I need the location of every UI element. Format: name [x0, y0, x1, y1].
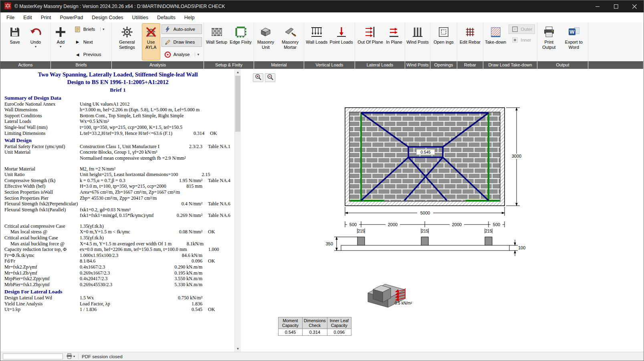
next-button[interactable]: ▶ Next	[71, 37, 107, 47]
group-label-briefs: Briefs	[51, 61, 112, 69]
printer-icon	[543, 25, 555, 39]
general-settings-button[interactable]: General Settings	[112, 23, 142, 60]
horizontal-scrollbar[interactable]	[3, 353, 63, 359]
report-row-value	[170, 138, 202, 144]
report-row-label: Fd/Fr	[4, 258, 80, 264]
report-row-note	[202, 149, 231, 155]
use-ayla-icon	[145, 25, 157, 39]
app-icon	[4, 2, 11, 10]
masonry-mortar-button[interactable]: Masonry Mortar	[277, 23, 303, 60]
save-button[interactable]: Save	[8, 23, 21, 60]
briefs-button[interactable]: Briefs ▾	[71, 24, 107, 34]
report-row-label	[4, 213, 80, 219]
report-row-description: X=4.5 m, Y=1.5 m averaged over width Of …	[80, 241, 172, 247]
out-of-plane-label: Out Of Plane	[357, 40, 383, 45]
report-row-description: Load Factor, λp	[80, 301, 170, 307]
edge-fixity-button[interactable]: Edge Fixity	[229, 23, 252, 60]
toolbar-group-lateral-loads: Out Of Plane In Plane Lateral Loads	[355, 22, 405, 69]
dim-pier-label: 215	[422, 229, 428, 233]
draw-lines-button[interactable]: Draw lines	[162, 37, 202, 47]
report-row-label: Flexural Strength fxk1(Parallel)	[4, 207, 80, 213]
report-row: Critical axial compressive Case 1.35(γf.…	[4, 223, 231, 229]
toolbar-group-openings: Open ings Openings	[430, 22, 457, 69]
masonry-unit-button[interactable]: Masonry Unit	[254, 23, 277, 60]
save-icon	[9, 25, 20, 39]
take-down-button[interactable]: Take-down	[484, 23, 507, 60]
menu-item[interactable]: Utilities	[128, 13, 153, 22]
edit-rebar-button[interactable]: Edit Rebar	[459, 23, 481, 60]
briefs-icon	[74, 26, 81, 33]
toolbar-group-vertical-loads: Wall Loads Point Loads Vertical Loads	[304, 22, 355, 69]
report-row-label: Compressive Strength (fk)	[4, 178, 80, 184]
report-row-note	[218, 155, 234, 161]
group-label-vertical-loads: Vertical Loads	[304, 61, 355, 69]
report-row-label: Wall Dimensions	[4, 107, 80, 113]
report-row-note	[202, 118, 231, 124]
report-row: Mr=fxk1.Zb/γmf 0.269x1667/2.3 0.195 kN.m…	[4, 270, 231, 276]
report-row: Mr=fxk2.Zp/γmf 0.4x1667/2.3 0.290 kN.m/m	[4, 264, 231, 270]
scrollbar-thumb[interactable]	[235, 76, 240, 132]
report-vertical-scrollbar[interactable]: ▲ ▼	[234, 69, 241, 352]
add-button[interactable]: Add ▾	[54, 23, 67, 60]
menu-item[interactable]: Defaults	[153, 13, 180, 22]
scroll-up-icon[interactable]: ▲	[235, 69, 241, 75]
undo-button[interactable]: Undo ▾	[29, 23, 42, 60]
previous-button[interactable]: ◀ Previous	[71, 50, 107, 59]
titlebar: © MasterKey Masonry Design : Version 202…	[0, 0, 644, 12]
export-word-button[interactable]: W Export to Word	[560, 23, 587, 60]
wall-setup-button[interactable]: Wall Setup	[205, 23, 228, 60]
masonry-mortar-icon	[284, 25, 296, 39]
report-row-note: Table NA.6	[202, 201, 231, 207]
use-ayla-button[interactable]: Use AYLA	[142, 23, 160, 60]
previous-icon: ◀	[74, 51, 81, 58]
close-button[interactable]	[625, 0, 644, 12]
pdf-printer-button[interactable]: ▾	[66, 353, 75, 360]
menu-item[interactable]: Print	[36, 13, 56, 22]
general-settings-label: General Settings	[113, 40, 141, 50]
menu-item[interactable]: Design Codes	[87, 13, 128, 22]
wall-loads-button[interactable]: Wall Loads	[305, 23, 328, 60]
report-row: Section Properties Pier Zbp= 45530 cm³/m…	[4, 195, 231, 201]
report-pane[interactable]: Two Way Spanning, Laterally Loaded, Stif…	[0, 69, 234, 352]
in-plane-button[interactable]: In Plane	[385, 23, 403, 60]
openings-button[interactable]: Open ings	[433, 23, 454, 60]
report-row-label: Flexural Strength fxk2(Perpendicular)	[4, 201, 80, 207]
masonry-unit-label: Masonry Unit	[255, 40, 276, 50]
point-loads-button[interactable]: Point Loads	[329, 23, 354, 60]
report-row-value: 84.6 kN/m	[170, 253, 202, 259]
report-row: Yield Line Analysis Load Factor, λp 1.83…	[4, 301, 231, 307]
out-of-plane-button[interactable]: Out Of Plane	[357, 23, 384, 60]
report-row-note: Table NA.4	[202, 178, 231, 184]
maximize-button[interactable]	[607, 0, 625, 12]
report-row-value: 815 mm	[170, 183, 202, 189]
menu-item[interactable]: File	[2, 13, 19, 22]
report-row-value: 0.269 N/mm²	[170, 213, 202, 219]
wind-posts-label: Wind Posts	[406, 40, 429, 45]
wind-posts-button[interactable]: Wind Posts	[406, 23, 430, 60]
wall-loads-icon	[311, 25, 323, 39]
drawing-pane[interactable]: 0.545 3000 5000	[241, 69, 644, 352]
menu-item[interactable]: PowerPad	[55, 13, 87, 22]
scroll-down-icon[interactable]: ▼	[235, 345, 241, 352]
report-row: Fd/Fr 8.1/84.6 0.096 OK	[4, 258, 231, 264]
edge-fixity-label: Edge Fixity	[230, 40, 251, 45]
print-output-button[interactable]: Print Output	[538, 23, 560, 60]
menu-item[interactable]: Help	[180, 13, 199, 22]
in-plane-label: In Plane	[386, 40, 402, 45]
report-row-label: Mr=fxk2.Zp/γmf	[4, 264, 80, 270]
report-row-note	[219, 247, 234, 253]
report-row-value: 0.750 kN/m²	[170, 295, 202, 301]
report-row-value	[182, 124, 214, 130]
report-row: Support Conditions Bottom Cont., Top Sim…	[4, 113, 231, 119]
report-row: Effective Width (bef) H=3.0 m, t=100, tp…	[4, 183, 231, 189]
auto-solve-button[interactable]: Auto-solve	[162, 24, 202, 34]
report-row-label: Max axial buckling force @	[4, 241, 80, 247]
report-row: Max local stress @ X=0 m,Y=1.5 m < fk/γm…	[4, 229, 231, 235]
wall-drawing[interactable]: 0.545 3000 5000	[246, 69, 644, 344]
analyse-button[interactable]: Analyse ▾	[162, 50, 202, 59]
report-row-value	[180, 189, 212, 195]
wall-elevation: 0.545	[345, 108, 505, 206]
report-row-value	[170, 207, 202, 213]
minimize-button[interactable]	[588, 0, 607, 12]
menu-item[interactable]: Edit	[19, 13, 36, 22]
